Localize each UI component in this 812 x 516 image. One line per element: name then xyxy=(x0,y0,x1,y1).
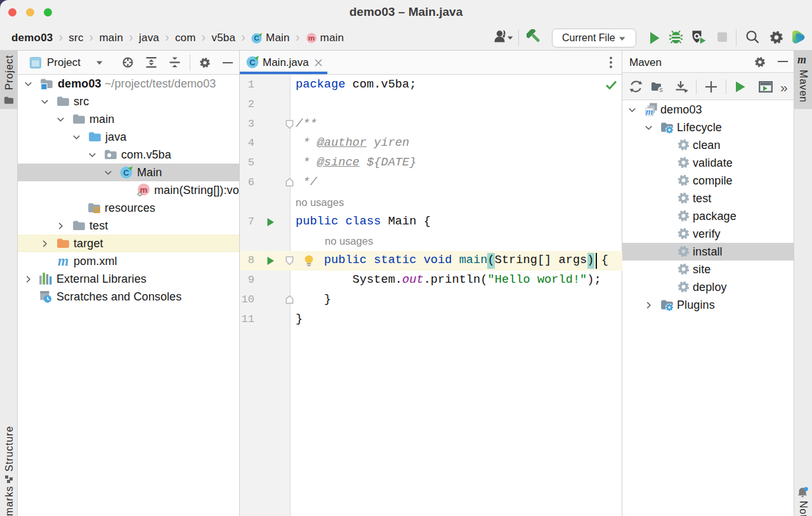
svg-text:m: m xyxy=(58,254,69,268)
svg-text:C: C xyxy=(254,34,259,42)
svg-text:m: m xyxy=(646,106,653,116)
svg-text:C: C xyxy=(249,58,255,67)
svg-text:C: C xyxy=(123,168,129,177)
svg-text:m: m xyxy=(308,34,314,42)
svg-text:S: S xyxy=(659,87,663,93)
